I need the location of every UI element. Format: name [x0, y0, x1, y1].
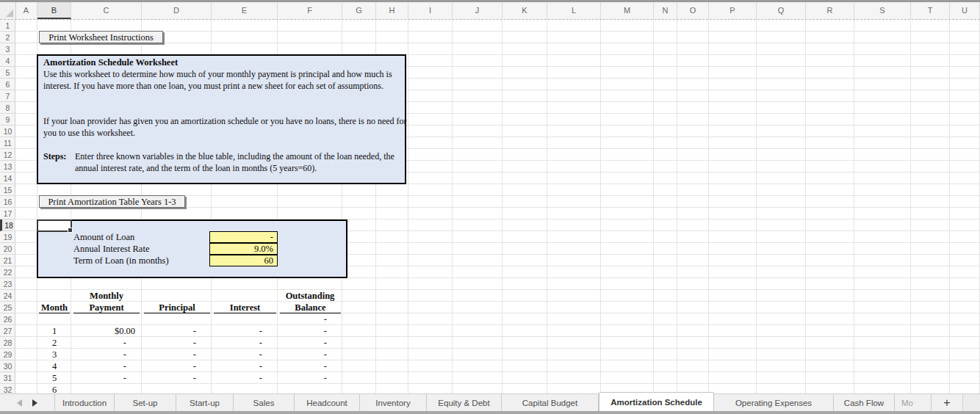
row-header-16[interactable]: 16 — [0, 196, 15, 208]
row-header-31[interactable]: 31 — [0, 372, 15, 384]
schedule-interest-cell[interactable]: - — [212, 360, 278, 372]
row-header-23[interactable]: 23 — [0, 278, 15, 290]
row-header-9[interactable]: 9 — [0, 114, 15, 126]
row-header-6[interactable]: 6 — [0, 79, 15, 90]
sheet-tab-start-up[interactable]: Start-up — [176, 394, 234, 411]
column-header-o[interactable]: O — [677, 2, 709, 19]
sheet-tab-amortization-schedule[interactable]: Amortization Schedule — [599, 392, 714, 411]
column-header-m[interactable]: M — [601, 2, 654, 19]
schedule-month-cell[interactable]: 4 — [37, 360, 71, 372]
sheet-tab-set-up[interactable]: Set-up — [115, 394, 176, 411]
schedule-month-cell[interactable]: 2 — [37, 337, 71, 349]
sheet-tab-capital-budget[interactable]: Capital Budget — [502, 394, 599, 411]
print-worksheet-instructions-button[interactable]: Print Worksheet Instructions — [39, 31, 163, 43]
print-amortization-table-button[interactable]: Print Amortization Table Years 1-3 — [39, 195, 185, 208]
schedule-balance-cell[interactable]: - — [278, 372, 342, 384]
column-header-f[interactable]: F — [278, 2, 342, 19]
column-header-h[interactable]: H — [376, 2, 408, 19]
row-header-27[interactable]: 27 — [0, 325, 15, 337]
row-header-13[interactable]: 13 — [0, 161, 15, 172]
column-header-d[interactable]: D — [142, 2, 212, 19]
column-header-l[interactable]: L — [547, 2, 601, 19]
row-header-3[interactable]: 3 — [0, 43, 15, 55]
column-header-r[interactable]: R — [806, 2, 854, 19]
schedule-interest-cell[interactable]: - — [212, 349, 278, 360]
row-header-20[interactable]: 20 — [0, 243, 15, 255]
sheet-tab-inventory[interactable]: Inventory — [360, 394, 427, 411]
schedule-payment-cell[interactable]: $0.00 — [71, 325, 142, 337]
row-header-26[interactable]: 26 — [0, 313, 15, 325]
loan-input-cell[interactable]: 9.0% — [209, 243, 278, 255]
row-header-18[interactable]: 18 — [0, 219, 15, 231]
sheet-tab-cash-flow[interactable]: Cash Flow — [834, 394, 895, 411]
column-header-j[interactable]: J — [453, 2, 502, 19]
tab-scroll-left-icon[interactable] — [17, 399, 22, 407]
column-header-a[interactable]: A — [15, 2, 37, 19]
schedule-principal-cell[interactable]: - — [142, 360, 212, 372]
row-header-24[interactable]: 24 — [0, 290, 15, 302]
column-header-n[interactable]: N — [654, 2, 677, 19]
schedule-principal-cell[interactable]: - — [142, 349, 212, 360]
schedule-payment-cell[interactable]: - — [71, 360, 142, 372]
row-header-22[interactable]: 22 — [0, 266, 15, 278]
fill-handle[interactable] — [68, 228, 73, 233]
column-header-t[interactable]: T — [911, 2, 950, 19]
column-header-p[interactable]: P — [709, 2, 757, 19]
schedule-interest-cell[interactable]: - — [212, 337, 278, 349]
sheet-tab-overflow[interactable]: Mo — [895, 394, 932, 411]
sheet-tab-operating-expenses[interactable]: Operating Expenses — [714, 394, 834, 411]
row-header-19[interactable]: 19 — [0, 231, 15, 243]
schedule-month-cell[interactable]: 1 — [37, 325, 71, 337]
schedule-payment-cell[interactable]: - — [71, 372, 142, 384]
row-header-7[interactable]: 7 — [0, 90, 15, 102]
schedule-principal-cell[interactable]: - — [142, 325, 212, 337]
schedule-payment-cell[interactable]: - — [71, 349, 142, 360]
initial-balance-cell[interactable]: - — [278, 313, 342, 325]
sheet-tab-introduction[interactable]: Introduction — [55, 394, 115, 411]
schedule-principal-cell[interactable]: - — [142, 337, 212, 349]
schedule-payment-cell[interactable]: - — [71, 337, 142, 349]
column-header-e[interactable]: E — [212, 2, 278, 19]
column-header-k[interactable]: K — [502, 2, 547, 19]
row-header-1[interactable]: 1 — [0, 20, 15, 32]
row-header-14[interactable]: 14 — [0, 172, 15, 184]
schedule-interest-cell[interactable]: - — [212, 325, 278, 337]
row-header-15[interactable]: 15 — [0, 184, 15, 196]
tab-scroll-right-icon[interactable] — [32, 399, 37, 407]
row-header-30[interactable]: 30 — [0, 360, 15, 372]
column-header-u[interactable]: U — [950, 2, 980, 19]
selected-cell[interactable] — [37, 219, 72, 232]
column-header-i[interactable]: I — [408, 2, 453, 19]
select-all-corner[interactable] — [0, 2, 16, 19]
column-header-g[interactable]: G — [342, 2, 376, 19]
sheet-tab-headcount[interactable]: Headcount — [295, 394, 360, 411]
column-header-q[interactable]: Q — [757, 2, 806, 19]
column-header-b[interactable]: B — [37, 2, 71, 19]
row-header-12[interactable]: 12 — [0, 149, 15, 161]
schedule-balance-cell[interactable]: - — [278, 360, 342, 372]
schedule-balance-cell[interactable]: - — [278, 349, 342, 360]
schedule-month-cell[interactable]: 3 — [37, 349, 71, 360]
loan-input-cell[interactable]: 60 — [209, 255, 278, 266]
loan-input-cell[interactable]: - — [209, 231, 278, 243]
schedule-principal-cell[interactable]: - — [142, 372, 212, 384]
column-header-c[interactable]: C — [71, 2, 142, 19]
row-header-8[interactable]: 8 — [0, 102, 15, 114]
schedule-month-cell[interactable]: 5 — [37, 372, 71, 384]
row-header-10[interactable]: 10 — [0, 126, 15, 137]
row-header-17[interactable]: 17 — [0, 208, 15, 219]
row-header-11[interactable]: 11 — [0, 137, 15, 149]
row-header-2[interactable]: 2 — [0, 32, 15, 43]
sheet-tab-sales[interactable]: Sales — [234, 394, 295, 411]
row-header-25[interactable]: 25 — [0, 302, 15, 313]
column-header-s[interactable]: S — [854, 2, 911, 19]
schedule-balance-cell[interactable]: - — [278, 325, 342, 337]
row-header-28[interactable]: 28 — [0, 337, 15, 349]
row-header-5[interactable]: 5 — [0, 67, 15, 79]
schedule-interest-cell[interactable]: - — [212, 372, 278, 384]
row-header-21[interactable]: 21 — [0, 255, 15, 266]
row-header-29[interactable]: 29 — [0, 349, 15, 360]
add-sheet-button[interactable]: + — [932, 394, 963, 411]
row-header-4[interactable]: 4 — [0, 55, 15, 67]
sheet-tab-equity-debt[interactable]: Equity & Debt — [427, 394, 502, 411]
